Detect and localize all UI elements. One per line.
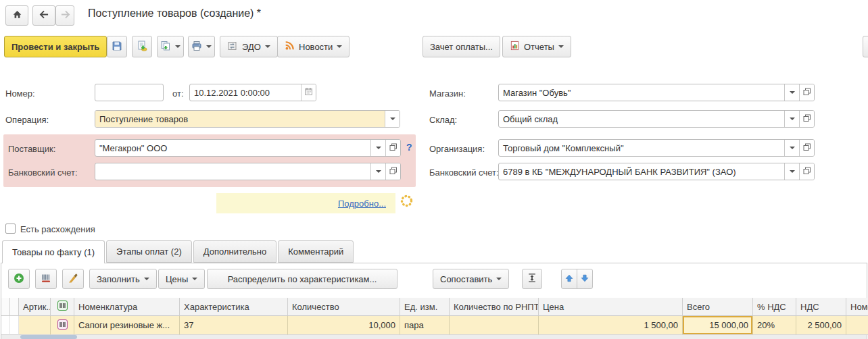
- toolbar-overflow-button[interactable]: [863, 36, 868, 57]
- fill-button[interactable]: Заполнить: [89, 269, 157, 289]
- printer-icon: [191, 41, 202, 53]
- tab-goods-by-fact[interactable]: Товары по факту (1): [2, 240, 105, 263]
- warehouse-input[interactable]: Общий склад: [498, 110, 815, 128]
- header-vat-percent: % НДС: [753, 298, 796, 316]
- payment-offset-button[interactable]: Зачет оплаты...: [423, 36, 500, 57]
- print-button[interactable]: [188, 36, 215, 57]
- add-icon: [14, 273, 24, 286]
- dropdown-caret-icon: [376, 170, 381, 173]
- match-button[interactable]: Сопоставить: [433, 269, 509, 289]
- cell-article[interactable]: [19, 316, 51, 335]
- post-document-icon: [137, 41, 147, 53]
- prices-dropdown-caret: [192, 278, 197, 280]
- header-article: Артик...: [19, 298, 51, 316]
- header-marking: [51, 298, 74, 316]
- news-button[interactable]: Новости: [277, 36, 349, 57]
- cell-marking[interactable]: [51, 316, 74, 335]
- cell-characteristic[interactable]: 37: [180, 316, 288, 335]
- cell-select[interactable]: [1, 316, 10, 335]
- prices-button[interactable]: Цены: [158, 269, 205, 289]
- organization-input[interactable]: Торговый дом "Комплексный": [498, 139, 815, 157]
- brush-button[interactable]: [62, 269, 84, 289]
- move-up-button[interactable]: [561, 269, 577, 289]
- supplier-bank-account-input[interactable]: [95, 163, 401, 180]
- table-row[interactable]: Сапоги резиновые ж... 37 10,000 пара 1 5…: [1, 316, 868, 335]
- cell-vat[interactable]: 2 500,00: [796, 316, 846, 335]
- edo-button[interactable]: ЭДО: [220, 36, 278, 57]
- move-up-icon: [564, 273, 574, 285]
- warehouse-dropdown-button[interactable]: [784, 111, 799, 127]
- marking-status-icon: [57, 319, 68, 332]
- open-icon: [389, 167, 397, 177]
- forward-button[interactable]: [55, 5, 74, 26]
- cell-unit[interactable]: пара: [400, 316, 450, 335]
- store-open-button[interactable]: [799, 84, 814, 101]
- home-button[interactable]: [5, 5, 28, 26]
- cell-vat-percent[interactable]: 20%: [753, 316, 796, 335]
- copy-button[interactable]: [157, 36, 184, 57]
- organization-open-button[interactable]: [799, 140, 814, 156]
- org-bank-dropdown-button[interactable]: [784, 163, 799, 180]
- discrepancies-checkbox[interactable]: [5, 224, 16, 234]
- header-nomenclature: Номенклатура: [74, 298, 180, 316]
- distribute-button[interactable]: Распределить по характеристикам...: [207, 269, 397, 289]
- resize-rows-icon: [527, 273, 537, 285]
- cell-price[interactable]: 1 500,00: [539, 316, 683, 335]
- tab-additional[interactable]: Дополнительно: [193, 240, 277, 263]
- operation-dropdown-button[interactable]: [385, 111, 400, 127]
- horizontal-scrollbar[interactable]: [1, 335, 867, 339]
- organization-dropdown-button[interactable]: [784, 140, 799, 156]
- number-input[interactable]: [95, 84, 164, 101]
- cell-number[interactable]: [846, 316, 868, 335]
- save-button[interactable]: [107, 36, 127, 57]
- store-input[interactable]: Магазин "Обувь": [498, 84, 815, 101]
- resize-rows-button[interactable]: [522, 269, 542, 289]
- forward-arrow-icon: [60, 10, 70, 21]
- cell-rnpt-quantity[interactable]: [450, 316, 539, 335]
- open-icon: [803, 88, 811, 98]
- tab-payment-stages[interactable]: Этапы оплат (2): [106, 240, 192, 263]
- table-header-row: Артик... Номенклатура Характеристика Кол…: [1, 298, 868, 316]
- supplier-input[interactable]: "Мегакрон" ООО: [95, 139, 401, 157]
- org-bank-account-label: Банковский счет:: [429, 167, 499, 178]
- home-icon: [12, 9, 22, 22]
- cell-quantity[interactable]: 10,000: [288, 316, 400, 335]
- cell-flag[interactable]: [10, 316, 19, 335]
- supplier-open-button[interactable]: [385, 140, 400, 156]
- org-bank-account-input[interactable]: 6789 в КБ "МЕЖДУНАРОДНЫЙ БАНК РАЗВИТИЯ" …: [498, 163, 815, 180]
- header-select-column: [1, 298, 10, 316]
- barcode-scanner-button[interactable]: [35, 269, 57, 289]
- fill-dropdown-caret: [144, 278, 149, 280]
- header-flag-column: [10, 298, 19, 316]
- header-characteristic: Характеристика: [180, 298, 288, 316]
- post-and-close-button[interactable]: Провести и закрыть: [4, 36, 107, 57]
- date-input[interactable]: 10.12.2021 0:00:00: [189, 84, 316, 101]
- bank-account-dropdown-button[interactable]: [370, 163, 385, 180]
- horizontal-scrollbar-thumb[interactable]: [20, 335, 77, 339]
- operation-select[interactable]: Поступление товаров: [95, 110, 400, 128]
- supplier-dropdown-button[interactable]: [370, 140, 385, 156]
- help-icon[interactable]: ?: [406, 142, 412, 153]
- cell-total-selected[interactable]: 15 000,00: [683, 316, 753, 335]
- cell-nomenclature[interactable]: Сапоги резиновые ж...: [74, 316, 180, 335]
- tab-comment[interactable]: Комментарий: [278, 240, 354, 263]
- calendar-button[interactable]: [301, 84, 316, 101]
- move-down-icon: [580, 273, 589, 285]
- store-dropdown-button[interactable]: [784, 84, 799, 101]
- header-unit: Ед. изм.: [400, 298, 450, 316]
- supplier-label: Поставщик:: [8, 144, 55, 154]
- post-document-button[interactable]: [132, 36, 152, 57]
- report-icon: [510, 41, 520, 53]
- bank-account-open-button[interactable]: [385, 163, 400, 180]
- copy-icon: [160, 41, 171, 53]
- header-total: Всего: [683, 298, 753, 316]
- back-button[interactable]: [32, 5, 55, 26]
- move-down-button[interactable]: [577, 269, 593, 289]
- add-row-button[interactable]: [8, 269, 30, 289]
- marking-icon: [57, 301, 68, 313]
- reports-button[interactable]: Отчеты: [502, 36, 571, 57]
- warehouse-open-button[interactable]: [799, 111, 814, 127]
- org-bank-open-button[interactable]: [799, 163, 814, 180]
- tab-bar: Товары по факту (1) Этапы оплат (2) Допо…: [2, 240, 355, 263]
- details-link[interactable]: Подробно...: [338, 199, 386, 209]
